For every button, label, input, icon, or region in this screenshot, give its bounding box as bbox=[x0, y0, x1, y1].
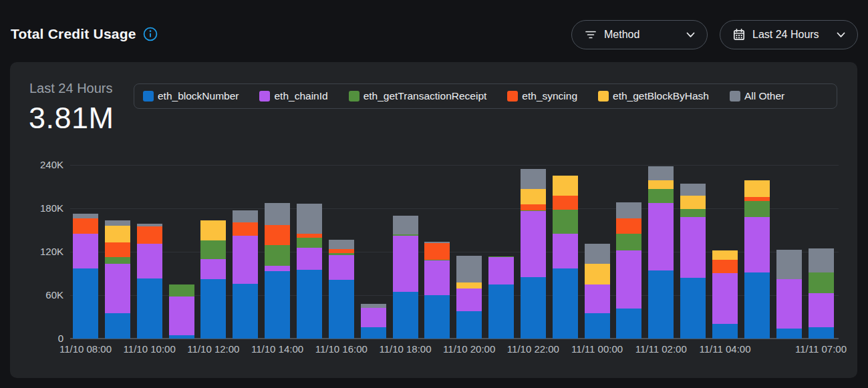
time-range-button[interactable]: Last 24 Hours bbox=[720, 20, 858, 49]
bar-segment-eth-chainid[interactable] bbox=[616, 250, 641, 309]
bar-segment-eth-gettransactionreceipt[interactable] bbox=[648, 189, 674, 203]
bar-segment-eth-chainid[interactable] bbox=[585, 284, 610, 313]
bar-segment-eth-blocknumber[interactable] bbox=[265, 271, 290, 339]
bar-segment-eth-blocknumber[interactable] bbox=[712, 324, 738, 339]
bar-segment-eth-gettransactionreceipt[interactable] bbox=[521, 210, 546, 212]
bar-segment-eth-chainid[interactable] bbox=[73, 234, 98, 269]
bar-segment-eth-gettransactionreceipt[interactable] bbox=[105, 257, 130, 264]
bar-segment-eth-syncing[interactable] bbox=[744, 197, 770, 201]
bar-segment-eth-blocknumber[interactable] bbox=[329, 280, 354, 339]
bar-segment-eth-getblockbyhash[interactable] bbox=[105, 226, 130, 242]
bar-segment-eth-blocknumber[interactable] bbox=[424, 295, 450, 339]
bar-segment-eth-getblockbyhash[interactable] bbox=[648, 180, 674, 189]
bar-segment-eth-gettransactionreceipt[interactable] bbox=[488, 256, 514, 258]
bar-segment-eth-syncing[interactable] bbox=[521, 204, 546, 210]
bar-segment-eth-getblockbyhash[interactable] bbox=[456, 282, 482, 288]
bar-segment-eth-getblockbyhash[interactable] bbox=[744, 180, 770, 197]
bar-segment-eth-chainid[interactable] bbox=[169, 297, 194, 335]
bar-segment-eth-gettransactionreceipt[interactable] bbox=[809, 272, 834, 293]
bar-segment-eth-syncing[interactable] bbox=[712, 260, 738, 273]
bar-segment-eth-gettransactionreceipt[interactable] bbox=[680, 209, 706, 217]
bar-segment-eth-getblockbyhash[interactable] bbox=[521, 189, 546, 204]
bar-segment-eth-blocknumber[interactable] bbox=[744, 272, 770, 339]
bar-segment-eth-syncing[interactable] bbox=[265, 225, 290, 245]
bar-segment-eth-chainid[interactable] bbox=[488, 257, 514, 284]
bar-segment-eth-syncing[interactable] bbox=[137, 226, 162, 244]
bar-segment-eth-blocknumber[interactable] bbox=[169, 335, 194, 339]
bar-segment-eth-chainid[interactable] bbox=[233, 236, 258, 284]
bar-segment-eth-gettransactionreceipt[interactable] bbox=[200, 240, 226, 259]
bar-segment-eth-gettransactionreceipt[interactable] bbox=[329, 253, 354, 255]
bar-segment-eth-blocknumber[interactable] bbox=[200, 279, 226, 339]
bar-segment-eth-getblockbyhash[interactable] bbox=[553, 176, 578, 196]
legend-item-eth-getblockbyhash[interactable]: eth_getBlockByHash bbox=[598, 90, 709, 102]
bar-segment-eth-chainid[interactable] bbox=[105, 264, 130, 313]
bar-segment-eth-gettransactionreceipt[interactable] bbox=[265, 245, 290, 266]
bar-segment-eth-gettransactionreceipt[interactable] bbox=[616, 234, 641, 251]
bar-segment-eth-blocknumber[interactable] bbox=[680, 278, 706, 339]
bar-segment-eth-gettransactionreceipt[interactable] bbox=[169, 284, 194, 297]
legend-item-eth-chainid[interactable]: eth_chainId bbox=[259, 90, 327, 102]
bar-segment-all-other[interactable] bbox=[265, 203, 290, 225]
bar-segment-all-other[interactable] bbox=[137, 224, 162, 226]
bar-segment-eth-blocknumber[interactable] bbox=[521, 277, 546, 339]
bar-segment-eth-blocknumber[interactable] bbox=[361, 327, 386, 339]
bar-segment-all-other[interactable] bbox=[329, 240, 354, 249]
bar-segment-eth-syncing[interactable] bbox=[424, 243, 450, 260]
bar-segment-eth-chainid[interactable] bbox=[393, 236, 418, 292]
bar-segment-eth-chainid[interactable] bbox=[648, 203, 674, 270]
bar-segment-all-other[interactable] bbox=[297, 204, 322, 234]
bar-segment-eth-chainid[interactable] bbox=[361, 308, 386, 327]
bar-segment-eth-blocknumber[interactable] bbox=[776, 329, 802, 339]
legend-item-eth-syncing[interactable]: eth_syncing bbox=[507, 90, 577, 102]
bar-segment-all-other[interactable] bbox=[105, 220, 130, 225]
bar-segment-eth-blocknumber[interactable] bbox=[137, 278, 162, 339]
bar-segment-all-other[interactable] bbox=[648, 166, 674, 180]
bar-segment-eth-gettransactionreceipt[interactable] bbox=[297, 238, 322, 248]
bar-segment-eth-blocknumber[interactable] bbox=[648, 270, 674, 339]
bar-segment-eth-blocknumber[interactable] bbox=[393, 292, 418, 339]
info-icon[interactable] bbox=[143, 27, 158, 41]
bar-segment-eth-getblockbyhash[interactable] bbox=[585, 264, 610, 285]
bar-segment-eth-chainid[interactable] bbox=[521, 211, 546, 276]
legend-item-all-other[interactable]: All Other bbox=[730, 90, 784, 102]
bar-segment-eth-blocknumber[interactable] bbox=[456, 311, 482, 339]
bar-segment-eth-syncing[interactable] bbox=[553, 196, 578, 210]
bar-segment-all-other[interactable] bbox=[393, 216, 418, 234]
bar-segment-eth-chainid[interactable] bbox=[265, 266, 290, 271]
bar-segment-all-other[interactable] bbox=[73, 214, 98, 219]
bar-segment-all-other[interactable] bbox=[521, 169, 546, 188]
bar-segment-eth-chainid[interactable] bbox=[137, 244, 162, 278]
bar-segment-eth-blocknumber[interactable] bbox=[585, 313, 610, 339]
bar-segment-eth-chainid[interactable] bbox=[712, 273, 738, 324]
bar-segment-eth-chainid[interactable] bbox=[200, 259, 226, 279]
bar-segment-eth-blocknumber[interactable] bbox=[297, 270, 322, 339]
bar-segment-eth-syncing[interactable] bbox=[616, 218, 641, 234]
bar-segment-eth-chainid[interactable] bbox=[424, 260, 450, 295]
bar-segment-eth-chainid[interactable] bbox=[553, 234, 578, 268]
bar-segment-eth-gettransactionreceipt[interactable] bbox=[744, 201, 770, 217]
bar-segment-eth-chainid[interactable] bbox=[329, 255, 354, 280]
bar-segment-eth-syncing[interactable] bbox=[233, 222, 258, 236]
bar-segment-all-other[interactable] bbox=[456, 256, 482, 282]
bar-segment-eth-gettransactionreceipt[interactable] bbox=[424, 260, 450, 261]
bar-segment-eth-getblockbyhash[interactable] bbox=[200, 220, 226, 240]
legend-item-eth-gettransactionreceipt[interactable]: eth_getTransactionReceipt bbox=[349, 90, 487, 102]
bar-segment-all-other[interactable] bbox=[776, 250, 802, 279]
bar-segment-eth-chainid[interactable] bbox=[680, 217, 706, 278]
bar-segment-eth-chainid[interactable] bbox=[297, 248, 322, 269]
bar-segment-all-other[interactable] bbox=[424, 242, 450, 243]
bar-segment-eth-syncing[interactable] bbox=[105, 242, 130, 257]
bar-segment-all-other[interactable] bbox=[809, 248, 834, 272]
bar-segment-eth-syncing[interactable] bbox=[73, 218, 98, 234]
bar-segment-eth-gettransactionreceipt[interactable] bbox=[553, 210, 578, 233]
bar-segment-eth-chainid[interactable] bbox=[456, 288, 482, 311]
bar-segment-eth-syncing[interactable] bbox=[297, 234, 322, 238]
legend-item-eth-blocknumber[interactable]: eth_blockNumber bbox=[143, 90, 239, 102]
method-filter-button[interactable]: Method bbox=[571, 20, 708, 49]
bar-segment-all-other[interactable] bbox=[680, 184, 706, 195]
bar-segment-eth-gettransactionreceipt[interactable] bbox=[393, 234, 418, 236]
bar-segment-eth-chainid[interactable] bbox=[776, 279, 802, 329]
bar-segment-eth-blocknumber[interactable] bbox=[73, 268, 98, 339]
bar-segment-eth-chainid[interactable] bbox=[809, 293, 834, 327]
